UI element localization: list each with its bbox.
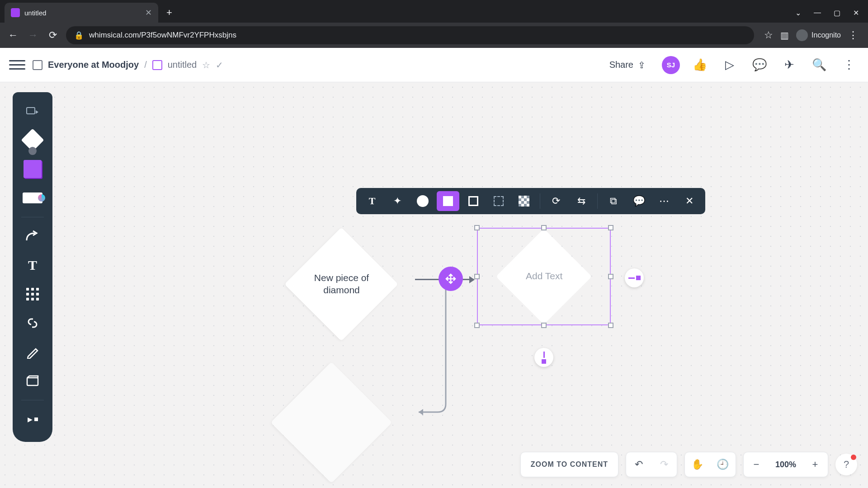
fill-solid-button[interactable] xyxy=(437,191,459,211)
board-icon xyxy=(152,60,162,70)
selection-outline xyxy=(477,228,611,325)
left-toolbar: T ▶ xyxy=(13,92,52,442)
swap-shape-button[interactable]: ✦ xyxy=(386,191,409,211)
version-history-button[interactable]: 🕘 xyxy=(710,459,736,470)
resize-handle-ml[interactable] xyxy=(474,274,480,279)
duplicate-button[interactable]: ⧉ xyxy=(602,191,625,211)
share-label: Share xyxy=(609,60,633,70)
rotate-button[interactable]: ⟳ xyxy=(545,191,567,211)
connector-tool[interactable] xyxy=(19,224,46,249)
card-tool[interactable] xyxy=(19,185,46,211)
user-avatar[interactable]: SJ xyxy=(662,56,680,74)
pan-history-controls: ✋ 🕘 xyxy=(684,452,736,477)
document-title[interactable]: untitled xyxy=(168,60,197,70)
breadcrumb-separator: / xyxy=(144,60,147,70)
border-corner-button[interactable] xyxy=(487,191,510,211)
more-options-button[interactable]: ⋯ xyxy=(653,191,675,211)
share-icon: ⇪ xyxy=(638,60,646,70)
main-menu-button[interactable] xyxy=(9,57,25,73)
reactions-icon[interactable]: 👍 xyxy=(690,55,710,75)
selected-shape[interactable]: Add Text xyxy=(477,228,611,325)
undo-button[interactable]: ↶ xyxy=(626,459,651,470)
sync-status-icon[interactable]: ✓ xyxy=(216,60,223,70)
maximize-icon[interactable]: ▢ xyxy=(834,9,840,17)
present-icon[interactable]: ▷ xyxy=(720,55,740,75)
shape-tool[interactable] xyxy=(19,127,46,153)
history-controls: ↶ ↷ xyxy=(626,452,677,477)
incognito-indicator[interactable]: Incognito xyxy=(796,29,841,41)
add-comment-button[interactable]: 💬 xyxy=(627,191,650,211)
minimize-icon[interactable]: — xyxy=(814,9,821,17)
section-tool[interactable] xyxy=(19,282,46,307)
flowchart-diamond-1[interactable]: New piece of diamond xyxy=(284,227,398,341)
add-shape-right[interactable] xyxy=(625,268,644,287)
frame-tool[interactable] xyxy=(19,368,46,394)
zoom-out-button[interactable]: − xyxy=(744,459,769,470)
search-icon[interactable]: 🔍 xyxy=(809,55,829,75)
close-toolbar-button[interactable]: ✕ xyxy=(678,191,701,211)
svg-rect-0 xyxy=(27,108,35,114)
window-controls: ⌄ — ▢ ✕ xyxy=(795,3,868,23)
comments-icon[interactable]: 💬 xyxy=(750,55,769,75)
diamond-1-text: New piece of diamond xyxy=(296,272,387,296)
zoom-value[interactable]: 100% xyxy=(769,460,802,469)
pencil-tool[interactable] xyxy=(19,339,46,365)
resize-handle-tr[interactable] xyxy=(608,225,613,230)
bottom-controls: ZOOM TO CONTENT ↶ ↷ ✋ 🕘 − 100% + ? xyxy=(520,452,857,477)
new-tab-button[interactable]: + xyxy=(158,3,180,23)
workspace-icon xyxy=(33,60,42,70)
resize-handle-tl[interactable] xyxy=(474,225,480,230)
text-style-button[interactable]: T xyxy=(361,191,383,211)
app-more-icon[interactable]: ⋮ xyxy=(839,55,859,75)
add-shape-bottom[interactable] xyxy=(534,348,553,367)
bookmark-star-icon[interactable]: ☆ xyxy=(764,29,773,41)
connector-down[interactable] xyxy=(415,286,469,427)
hand-tool-button[interactable]: ✋ xyxy=(685,459,710,470)
address-bar[interactable]: 🔒 whimsical.com/P3f5owNMFvr2YFPHxsbjns xyxy=(66,26,754,44)
close-window-icon[interactable]: ✕ xyxy=(853,9,859,17)
resize-handle-br[interactable] xyxy=(608,323,613,328)
tab-title: untitled xyxy=(24,9,141,17)
pattern-fill-button[interactable] xyxy=(513,191,535,211)
swap-direction-button[interactable]: ⇆ xyxy=(570,191,593,211)
fill-color-button[interactable] xyxy=(411,191,434,211)
help-button[interactable]: ? xyxy=(835,454,857,475)
border-outline-button[interactable] xyxy=(462,191,485,211)
flowchart-diamond-2[interactable] xyxy=(271,362,392,483)
incognito-label: Incognito xyxy=(811,31,841,39)
context-toolbar: T ✦ ⟳ ⇆ ⧉ 💬 ⋯ ✕ xyxy=(356,188,705,214)
zoom-to-content-button[interactable]: ZOOM TO CONTENT xyxy=(520,452,618,477)
zoom-in-button[interactable]: + xyxy=(802,459,828,470)
forward-button: → xyxy=(26,28,40,42)
workspace-name[interactable]: Everyone at Moodjoy xyxy=(48,60,139,70)
lock-icon: 🔒 xyxy=(74,31,84,40)
select-tool[interactable] xyxy=(19,99,46,124)
link-tool[interactable] xyxy=(19,310,46,336)
connector-handle[interactable] xyxy=(439,267,463,291)
browser-toolbar: ← → ⟳ 🔒 whimsical.com/P3f5owNMFvr2YFPHxs… xyxy=(0,23,868,48)
redo-button: ↷ xyxy=(651,459,677,470)
resize-handle-tm[interactable] xyxy=(541,225,547,230)
more-tools[interactable]: ▶ xyxy=(19,407,46,432)
app-header: Everyone at Moodjoy / untitled ☆ ✓ Share… xyxy=(0,48,868,82)
browser-tab[interactable]: untitled ✕ xyxy=(5,3,158,23)
side-panel-icon[interactable]: ▥ xyxy=(780,30,789,41)
canvas[interactable]: T ▶ New piece of diamond Add xyxy=(0,82,868,488)
tab-search-icon[interactable]: ⌄ xyxy=(795,9,801,17)
resize-handle-bm[interactable] xyxy=(541,323,547,328)
browser-tab-strip: untitled ✕ + ⌄ — ▢ ✕ xyxy=(0,0,868,23)
resize-handle-mr[interactable] xyxy=(608,274,613,279)
browser-menu-icon[interactable]: ⋮ xyxy=(848,29,858,41)
back-button[interactable]: ← xyxy=(6,28,20,42)
close-tab-icon[interactable]: ✕ xyxy=(145,8,152,18)
favorite-star-icon[interactable]: ☆ xyxy=(202,60,210,70)
resize-handle-bl[interactable] xyxy=(474,323,480,328)
send-icon[interactable]: ✈ xyxy=(779,55,799,75)
sticky-note-tool[interactable] xyxy=(19,156,46,182)
breadcrumb: Everyone at Moodjoy / untitled ☆ ✓ xyxy=(33,60,223,70)
incognito-icon xyxy=(796,29,808,41)
reload-button[interactable]: ⟳ xyxy=(46,28,60,42)
share-button[interactable]: Share ⇪ xyxy=(603,56,652,74)
zoom-controls: − 100% + xyxy=(743,452,828,477)
text-tool[interactable]: T xyxy=(19,253,46,278)
